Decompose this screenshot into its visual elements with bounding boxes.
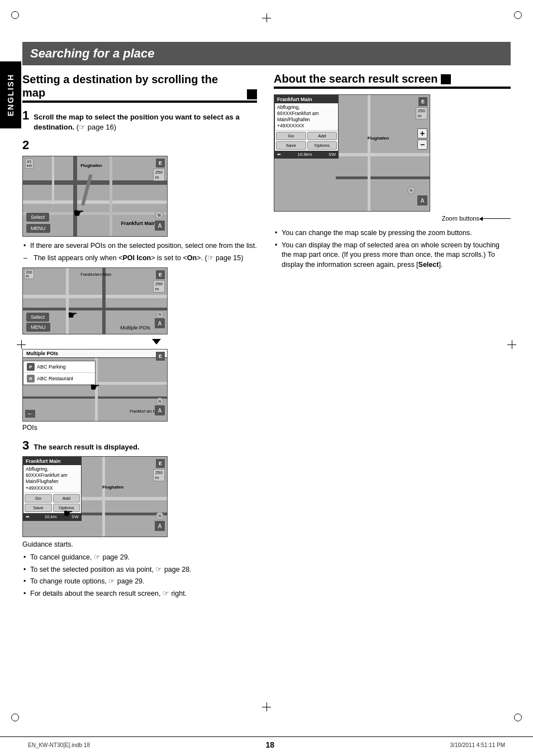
back-arrow-icon[interactable]: ← (25, 410, 35, 418)
save-button[interactable]: Save (25, 504, 52, 512)
step3-number: 3 (22, 438, 29, 453)
map-screenshot-4: Frankfurt Main Abflugring,60XXXFrankfurt… (22, 456, 168, 537)
left-section-heading: Setting a destination by scrolling the m… (22, 73, 244, 99)
step3-bullet-2: To set the selected position as via poin… (22, 565, 257, 575)
step1-number: 1 (22, 108, 29, 123)
right-back: ⬅ (277, 152, 281, 157)
right-column: About the search result screen Frankfurt… (274, 73, 511, 602)
step2-bullet-1: If there are several POIs on the selecte… (22, 241, 257, 251)
right-compass: N (407, 186, 415, 194)
nav-A-icon-3: A (155, 405, 165, 415)
pois-caption: POIs (22, 424, 257, 432)
corner-reg-tr (514, 11, 522, 19)
map-screenshot-3: Multiple POIs P ABC Parking R ABC Restau… (22, 349, 168, 422)
header-banner: Searching for a place (22, 42, 511, 65)
crosshair-top (262, 13, 271, 22)
map2-scale: 200m (24, 269, 34, 279)
hand-cursor-icon-3: ☛ (90, 380, 100, 394)
two-column-layout: Setting a destination by scrolling the m… (22, 73, 511, 602)
footer-file: EN_KW-NT30[E].indb 18 (28, 742, 90, 748)
map4-road-h (79, 497, 167, 500)
map-screenshot-1: Flughafen 43km E 250m Select MENU Frankf… (22, 156, 168, 237)
arrow-between-maps (22, 337, 257, 347)
zoom-buttons-label: Zoom buttons (442, 215, 479, 222)
map4-e-badge: E (156, 459, 165, 468)
right-save-button[interactable]: Save (276, 141, 306, 150)
step1-text: Scroll the map to select the position yo… (34, 112, 257, 132)
left-heading-block: Setting a destination by scrolling the m… (22, 73, 257, 103)
dist-value: ⬅ (26, 514, 30, 519)
go-button[interactable]: Go (25, 494, 52, 503)
map4-btn-row1: Go Add (23, 493, 81, 504)
hand-cursor-icon-2: ☛ (68, 308, 78, 322)
right-road-h2 (336, 176, 430, 179)
poi-restaurant-name: ABC Restaurant (37, 376, 73, 381)
right-go-button[interactable]: Go (276, 132, 306, 140)
step2-bullets: If there are several POIs on the selecte… (22, 241, 257, 263)
poi-parking-name: ABC Parking (37, 364, 66, 370)
right-nav-A: A (417, 195, 427, 205)
english-tab-label: ENGLISH (6, 74, 15, 116)
map2-dist-badge: 250m (153, 280, 165, 293)
map2-road-h2 (23, 308, 167, 310)
map3-banner: Multiple POIs (23, 350, 167, 358)
right-dist-badge: 250m (416, 107, 427, 119)
add-button[interactable]: Add (53, 494, 80, 503)
right-btn-row2: Save Options (275, 141, 338, 151)
heading-square (247, 89, 257, 99)
corner-reg-bl (11, 714, 19, 721)
nav-A-icon-4: A (155, 521, 165, 531)
map-flughafen-label: Flughafen (80, 163, 102, 168)
menu-button-map1[interactable]: MENU (26, 224, 50, 233)
menu-button-map2[interactable]: MENU (26, 323, 50, 332)
select-button-map1[interactable]: Select (26, 213, 49, 222)
map4-title-bar: Frankfurt Main (23, 457, 81, 465)
map-screenshot-2: 200m Frankfurtern Main E 250m Select MEN… (22, 267, 168, 334)
right-bullets: You can change the map scale by pressing… (274, 228, 511, 270)
zoom-buttons-container: + − (417, 128, 427, 150)
map4-dist-badge: 250m (153, 469, 165, 481)
step1-block: 1 Scroll the map to select the position … (22, 108, 257, 132)
down-arrow-icon (152, 339, 161, 344)
zoom-arrow-head (479, 217, 483, 221)
map3-e-badge: E (156, 352, 165, 361)
right-flughafen-label: Flughafen (368, 136, 389, 141)
frankfurt-main-label: Frankfurt Main (121, 221, 156, 226)
select-button-map2[interactable]: Select (26, 313, 49, 322)
map-road-h2 (23, 200, 167, 204)
map4-road-h2 (79, 513, 167, 515)
step3-block: 3 The search result is displayed. (22, 438, 257, 453)
poi-item-restaurant[interactable]: R ABC Restaurant (23, 373, 95, 385)
hand-cursor-icon: ☛ (73, 206, 84, 221)
right-bullet-1: You can change the map scale by pressing… (274, 228, 511, 238)
zoom-out-button[interactable]: − (417, 140, 427, 150)
step2-bullet-dash: The list appears only when <POI Icon> is… (22, 253, 257, 264)
restaurant-icon: R (27, 375, 35, 382)
english-tab: ENGLISH (0, 61, 21, 128)
map4-flughafen: Flughafen (102, 485, 123, 490)
step3-text: The search result is displayed. (34, 442, 139, 452)
map4-road-v (102, 457, 105, 537)
right-btn-row1: Go Add (275, 131, 338, 141)
map4-address: Abflugring,60XXXFrankfurt amMain/Flughaf… (23, 465, 81, 492)
corner-reg-br (514, 714, 522, 721)
step3-bullet-3: To change route options, ☞ page 29. (22, 577, 257, 587)
step3-bullet-4: For details about the search result scre… (22, 589, 257, 599)
poi-item-parking[interactable]: P ABC Parking (23, 361, 95, 373)
page-number: 18 (265, 740, 274, 749)
right-dist-dir: SW (329, 152, 336, 157)
step3-bullets: To cancel guidance, ☞ page 29. To set th… (22, 553, 257, 599)
map2-fam-label: Frankfurtern Main (80, 272, 111, 276)
right-add-button[interactable]: Add (307, 132, 337, 140)
step2-block: 2 (22, 138, 257, 152)
map2-road-h1 (23, 295, 167, 298)
right-section-heading: About the search result screen (274, 73, 437, 85)
zoom-in-button[interactable]: + (417, 128, 427, 138)
dist-km: 10.km (45, 514, 57, 519)
right-road-h (336, 153, 430, 156)
right-options-button[interactable]: Options (307, 141, 337, 150)
hand-cursor-icon-4: ☛ (63, 506, 73, 520)
map2-road-v2 (102, 268, 106, 334)
map2-e-badge: E (156, 270, 165, 279)
map-road-v2 (110, 156, 112, 236)
